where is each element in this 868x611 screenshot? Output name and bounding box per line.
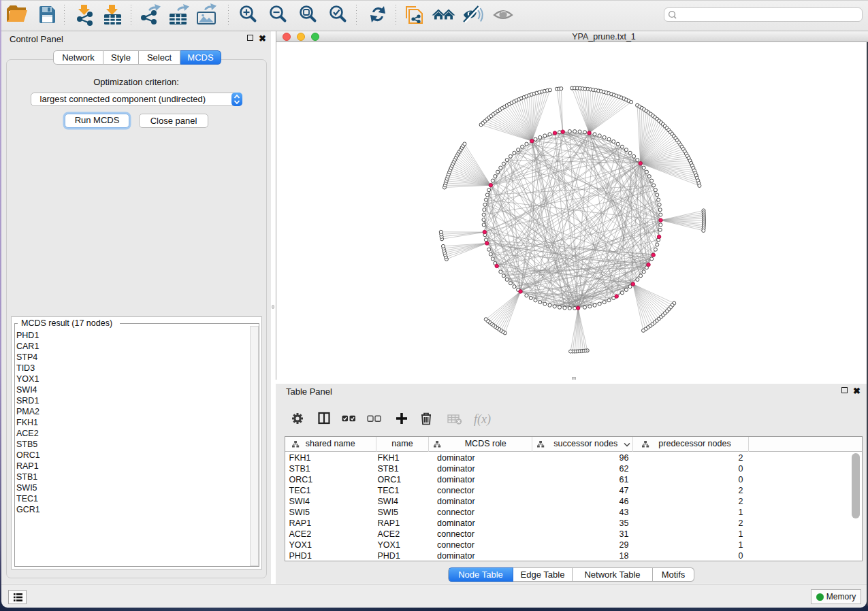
svg-text:f(x): f(x) — [474, 412, 491, 427]
